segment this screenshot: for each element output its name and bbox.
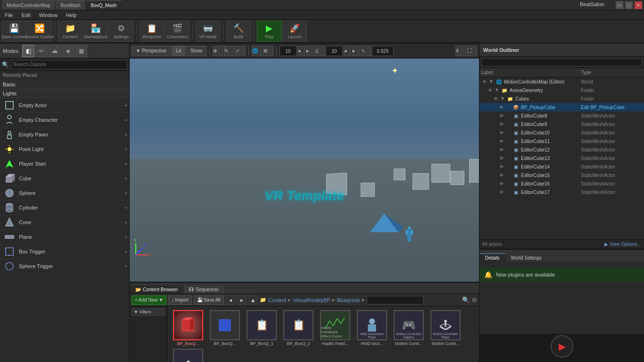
wo-item-6[interactable]: 👁 ▣ EditorCube10 StaticMeshActor <box>479 128 644 137</box>
class-player-start[interactable]: Player Start + <box>0 157 129 171</box>
translate-btn[interactable]: ⊕ <box>213 46 223 56</box>
close-button[interactable]: ✕ <box>635 1 642 9</box>
cb-path-content[interactable]: Content <box>268 297 287 303</box>
class-empty-pawn[interactable]: Empty Pawn + <box>0 127 129 142</box>
category-lights[interactable]: Lights <box>0 89 129 98</box>
cb-path-blueprints[interactable]: Blueprints <box>337 297 360 303</box>
wo-item-12[interactable]: 👁 ▣ EditorCube16 StaticMeshActor <box>479 179 644 188</box>
import-button[interactable]: ↓ Import <box>168 295 191 305</box>
details-tab[interactable]: Details <box>479 253 505 262</box>
title-tab-3[interactable]: BoxQ_Mash <box>86 0 122 10</box>
class-cylinder[interactable]: Cylinder + <box>0 201 129 215</box>
grid-up-btn[interactable]: ▸ <box>306 46 314 56</box>
menu-window[interactable]: Window <box>37 12 59 18</box>
surface-snap-btn[interactable]: ⊞ <box>263 46 273 56</box>
class-empty-character[interactable]: Empty Character + <box>0 113 129 127</box>
wo-item-5[interactable]: 👁 ▣ EditorCube9 StaticMeshActor <box>479 120 644 128</box>
cb-settings-icon[interactable]: ⚙ <box>471 296 477 303</box>
menu-help[interactable]: Help <box>64 12 79 18</box>
class-point-light[interactable]: Point Light + <box>0 142 129 157</box>
source-control-button[interactable]: 🔀 Source Control <box>27 21 52 42</box>
build-button[interactable]: 🔨 Build <box>226 21 251 42</box>
class-search-input[interactable] <box>11 60 127 69</box>
scale-btn[interactable]: ⤢ <box>235 46 246 56</box>
asset-bp-boxq-2[interactable]: 📋 BP_BoxQ_2 <box>281 310 315 346</box>
world-settings-tab[interactable]: World Settings <box>505 253 547 262</box>
save-all-button[interactable]: 💾 Save All <box>194 295 224 305</box>
wo-item-10[interactable]: 👁 ▣ EditorCube14 StaticMeshActor <box>479 162 644 171</box>
world-local-btn[interactable]: 🌐 <box>252 46 262 56</box>
mode-btn-1[interactable]: ◧ <box>22 45 34 57</box>
grid-down-btn[interactable]: ◂ <box>297 46 305 56</box>
nav-forward-button[interactable]: ▸ <box>237 295 247 305</box>
scale-snap-btn[interactable]: ⤡ <box>361 46 371 56</box>
menu-file[interactable]: File <box>3 12 15 18</box>
perspective-btn[interactable]: ▼ Perspective <box>132 46 171 56</box>
class-box-trigger[interactable]: Box Trigger + <box>0 244 129 259</box>
viewport[interactable]: ✦ VR Template X <box>130 59 479 282</box>
wo-item-3[interactable]: 👁 📦 BP_PickupCube Edit BP_PickupCube <box>479 103 644 111</box>
content-browser-tab[interactable]: 📂 Content Browser <box>130 286 183 294</box>
asset-motion-haptics[interactable]: 🎮 Motion ControllerHaptics Motion Contr.… <box>392 310 426 346</box>
asset-pickup-interface[interactable]: ⬆ PickupActorInterface PickupActor... <box>171 349 205 362</box>
show-btn[interactable]: Show <box>186 46 206 56</box>
asset-bp-boxq-red[interactable]: BP_BoxQ... <box>171 310 205 346</box>
angle-up-btn[interactable]: ▸ <box>352 46 360 56</box>
wo-item-9[interactable]: 👁 ▣ EditorCube13 StaticMeshActor <box>479 154 644 162</box>
play-button[interactable]: ▶ Play <box>257 21 281 42</box>
asset-haptic-feedback[interactable]: Haptic FeedbackEffect Curve Haptic Feed.… <box>318 310 352 346</box>
class-empty-actor[interactable]: Empty Actor + <box>0 98 129 113</box>
wo-item-7[interactable]: 👁 ▣ EditorCube11 StaticMeshActor <box>479 137 644 145</box>
wo-item-0[interactable]: 👁 ▼ 🌐 MotionControllerMap (Editor) World <box>479 77 644 86</box>
class-plane[interactable]: Plane + <box>0 230 129 244</box>
nav-up-button[interactable]: ▲ <box>248 295 258 305</box>
title-tab-2[interactable]: BoxMash <box>56 0 85 10</box>
recently-placed-header[interactable]: Recently Placed <box>0 71 129 80</box>
save-current-button[interactable]: 💾 Save Current <box>2 21 26 42</box>
vr-mode-button[interactable]: 🥽 VR Mode <box>196 21 220 42</box>
wo-search-input[interactable] <box>481 58 642 67</box>
angle-snap-btn[interactable]: ∠ <box>314 46 325 56</box>
asset-bp-boxq-1[interactable]: 📋 BP_BoxQ_1 <box>245 310 279 346</box>
view-count-btn[interactable]: 4 <box>455 46 466 56</box>
minimize-button[interactable]: — <box>616 1 623 9</box>
sequencer-tab[interactable]: 🎞 Sequencer <box>183 286 224 294</box>
add-new-button[interactable]: + Add New ▼ <box>132 295 166 305</box>
wo-item-8[interactable]: 👁 ▣ EditorCube12 StaticMeshActor <box>479 145 644 154</box>
lit-btn[interactable]: Lit <box>172 46 185 56</box>
asset-motion-pawn[interactable]: 🕹 Motion ControllerPawn Motion Contr... <box>429 310 462 346</box>
mode-btn-3[interactable]: ⛰ <box>49 45 61 57</box>
nav-back-button[interactable]: ◂ <box>226 295 235 305</box>
wo-item-1[interactable]: 👁 ▼ 📁 ArenaGeometry Folder <box>479 86 644 94</box>
wo-item-2[interactable]: 👁 ▼ 📁 Cubes Folder <box>479 94 644 103</box>
launch-button[interactable]: 🚀 Launch <box>282 21 307 42</box>
cinematics-button[interactable]: 🎬 Cinematics <box>165 21 190 42</box>
wo-item-13[interactable]: 👁 ▣ EditorCube17 StaticMeshActor <box>479 188 644 196</box>
angle-down-btn[interactable]: ◂ <box>344 46 351 56</box>
mode-btn-4[interactable]: ◈ <box>62 45 74 57</box>
wo-view-options[interactable]: ▶ View Options... <box>604 242 641 247</box>
menu-edit[interactable]: Edit <box>20 12 33 18</box>
cb-search-input[interactable] <box>367 296 423 304</box>
mode-btn-2[interactable]: ✏ <box>35 45 48 57</box>
filters-button[interactable]: ▼ Filters <box>132 308 165 316</box>
maximize-button[interactable]: □ <box>625 1 633 9</box>
marketplace-button[interactable]: 🏪 Marketplace <box>83 21 108 42</box>
cb-path-vr[interactable]: VirtualRealityBP <box>293 297 330 303</box>
settings-button[interactable]: ⚙ Settings <box>109 21 133 42</box>
class-sphere[interactable]: Sphere + <box>0 186 129 201</box>
class-cube[interactable]: Cube + <box>0 171 129 186</box>
class-cone[interactable]: Cone + <box>0 215 129 230</box>
asset-bp-boxq-blue[interactable]: BP_BoxQ... <box>208 310 242 346</box>
wo-item-4[interactable]: 👁 ▣ EditorCube8 StaticMeshActor <box>479 111 644 120</box>
title-tab-1[interactable]: MotionControllerMap <box>2 0 55 10</box>
wo-item-11[interactable]: 👁 ▣ EditorCube15 StaticMeshActor <box>479 171 644 179</box>
blueprints-button[interactable]: 📋 Blueprints <box>140 21 164 42</box>
maximize-viewport-btn[interactable]: ⛶ <box>467 46 477 56</box>
rotate-btn[interactable]: ↻ <box>224 46 234 56</box>
asset-hmd-locomotion[interactable]: HMD locomotionPawn HMD loco... <box>355 310 389 346</box>
class-sphere-trigger[interactable]: Sphere Trigger + <box>0 259 129 274</box>
mode-btn-5[interactable]: ▦ <box>75 45 87 57</box>
category-basic[interactable]: Basic <box>0 80 129 89</box>
content-button[interactable]: 📁 Content <box>58 21 83 42</box>
